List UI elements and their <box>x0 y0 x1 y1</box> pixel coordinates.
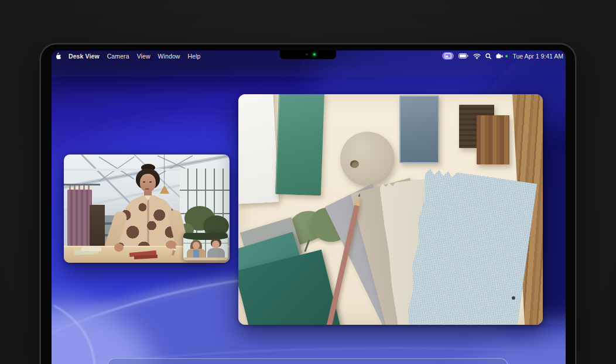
green-ceramic-tile <box>275 94 324 195</box>
caller-man-face <box>212 241 220 249</box>
desk-papers-light <box>81 246 101 251</box>
pip-plants <box>183 233 228 240</box>
status-items: Tue Apr 1 9:41 AM <box>442 52 563 60</box>
presenter-eye-right <box>149 181 152 183</box>
search-icon[interactable] <box>485 53 491 59</box>
caller-man-shirt <box>207 248 225 258</box>
presenter-eye-left <box>143 181 145 183</box>
menu-item-view[interactable]: View <box>137 53 150 60</box>
display-notch <box>280 50 336 59</box>
app-menus: Desk View Camera View Window Help <box>54 52 201 60</box>
menu-item-desk-view[interactable]: Desk View <box>69 53 100 60</box>
presenter-mouth <box>145 188 149 190</box>
facetime-camera-lens <box>306 53 308 56</box>
macbook-screen: Desk View Camera View Window Help Tue Ap… <box>52 50 566 364</box>
facetime-call-window[interactable] <box>64 154 230 263</box>
pip-desk-edge <box>183 257 228 260</box>
wifi-icon[interactable] <box>473 53 481 59</box>
screen-mirroring-icon[interactable] <box>442 52 454 60</box>
battery-icon[interactable] <box>458 53 468 59</box>
caller-woman-blue-top <box>193 250 199 258</box>
brown-wood-sample <box>477 115 509 164</box>
camera-indicator-light <box>313 53 316 56</box>
bottom-controls-panel[interactable] <box>107 358 508 364</box>
silver-ring <box>173 249 176 250</box>
white-sample-tile <box>238 94 279 204</box>
presenter-left-hand <box>114 243 124 252</box>
lamp-cord <box>164 154 165 185</box>
apple-icon[interactable] <box>54 52 61 60</box>
desk-view-window[interactable] <box>238 94 543 325</box>
continuity-camera-icon[interactable] <box>496 53 503 59</box>
pip-remote-callers <box>183 233 228 260</box>
menu-bar-clock[interactable]: Tue Apr 1 9:41 AM <box>512 53 563 60</box>
menu-item-window[interactable]: Window <box>158 53 180 60</box>
marketing-canvas: Desk View Camera View Window Help Tue Ap… <box>0 0 616 364</box>
menu-item-help[interactable]: Help <box>188 53 201 60</box>
wood-hangers <box>69 186 91 190</box>
camera-active-dot <box>505 55 508 57</box>
felt-disc-hole <box>350 160 359 168</box>
felt-disc <box>340 132 395 186</box>
menu-item-camera[interactable]: Camera <box>107 53 129 60</box>
blue-gray-glazed-tile <box>399 95 439 163</box>
swatch-snap-top <box>512 296 516 300</box>
